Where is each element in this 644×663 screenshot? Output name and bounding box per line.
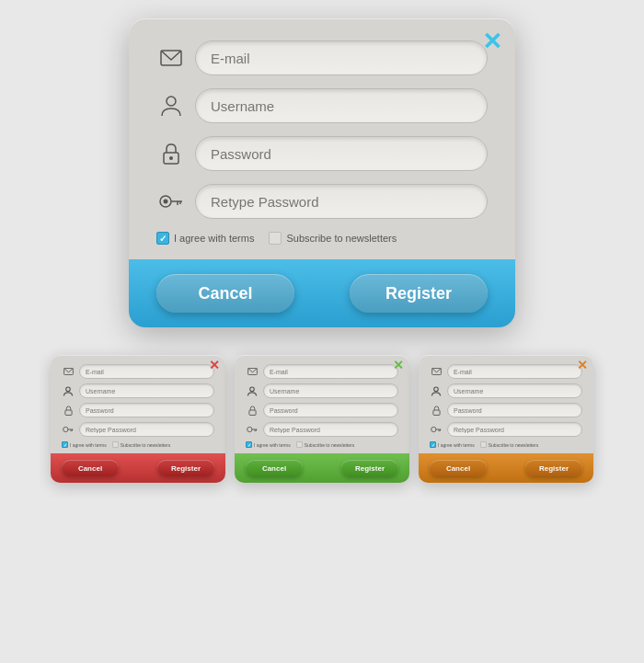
retype-input-red[interactable] — [79, 422, 214, 437]
user-icon-green — [246, 384, 259, 397]
modal-footer: Cancel Register — [129, 259, 515, 327]
agree-red: I agree with terms — [62, 441, 107, 448]
small-modal-green: ✕ — [235, 355, 409, 483]
password-input-orange[interactable] — [447, 403, 582, 417]
register-button-green[interactable]: Register — [341, 460, 398, 476]
svg-point-17 — [250, 386, 255, 391]
checkboxes-red: I agree with terms Subscribe to newslett… — [62, 441, 214, 448]
cancel-button-green[interactable]: Cancel — [246, 460, 303, 476]
newsletter-group: Subscribe to newsletters — [269, 232, 397, 245]
email-input-green[interactable] — [263, 364, 398, 379]
password-input-green[interactable] — [263, 403, 398, 417]
svg-point-12 — [63, 427, 68, 431]
agree-label-green: I agree with terms — [254, 442, 291, 448]
email-row-orange — [430, 364, 582, 379]
agree-checkbox-red[interactable] — [62, 441, 68, 448]
agree-label: I agree with terms — [174, 233, 254, 244]
footer-orange: Cancel Register — [419, 453, 593, 483]
agree-orange: I agree with terms — [430, 441, 475, 448]
checkboxes-orange: I agree with terms Subscribe to newslett… — [430, 441, 582, 448]
newsletter-label-orange: Subscribe to newsletters — [489, 442, 538, 448]
svg-point-24 — [434, 386, 439, 391]
checkboxes-row: I agree with terms Subscribe to newslett… — [156, 232, 488, 245]
svg-point-5 — [164, 200, 168, 204]
email-icon — [156, 43, 186, 73]
cancel-button-orange[interactable]: Cancel — [430, 460, 487, 476]
retype-input-green[interactable] — [263, 422, 398, 437]
close-button-green[interactable]: ✕ — [393, 359, 404, 372]
email-input[interactable] — [195, 40, 488, 75]
key-icon-green — [246, 423, 259, 436]
key-icon-orange — [430, 423, 443, 436]
email-input-orange[interactable] — [447, 364, 582, 379]
svg-rect-11 — [64, 410, 71, 415]
user-icon — [156, 91, 186, 120]
checkboxes-green: I agree with terms Subscribe to newslett… — [246, 441, 398, 448]
small-modal-orange: ✕ — [419, 355, 593, 483]
email-icon-red — [62, 365, 75, 378]
small-modal-red: ✕ — [51, 355, 225, 483]
lock-icon-red — [62, 404, 75, 417]
retype-row-red — [62, 422, 214, 437]
email-icon-orange — [430, 365, 443, 378]
newsletter-label-red: Subscribe to newsletters — [121, 442, 170, 448]
agree-checkbox-orange[interactable] — [430, 441, 436, 448]
footer-red: Cancel Register — [51, 453, 225, 483]
register-button[interactable]: Register — [350, 274, 488, 313]
newsletter-red: Subscribe to newsletters — [112, 441, 170, 448]
agree-checkbox[interactable] — [156, 232, 169, 245]
agree-label-orange: I agree with terms — [438, 442, 475, 448]
register-button-red[interactable]: Register — [157, 460, 214, 476]
username-field-row — [156, 88, 488, 123]
close-button[interactable]: ✕ — [482, 29, 502, 53]
retype-row-green — [246, 422, 398, 437]
newsletter-checkbox-red[interactable] — [112, 441, 119, 448]
retype-password-input[interactable] — [195, 184, 488, 219]
svg-rect-18 — [248, 410, 255, 415]
username-row-green — [246, 383, 398, 398]
key-icon — [156, 187, 186, 216]
svg-point-3 — [169, 156, 173, 160]
password-row-red — [62, 403, 214, 417]
username-input-orange[interactable] — [447, 383, 582, 398]
small-modals-row: ✕ — [18, 355, 626, 483]
footer-green: Cancel Register — [235, 453, 409, 483]
newsletter-orange: Subscribe to newsletters — [480, 441, 538, 448]
newsletter-checkbox-orange[interactable] — [480, 441, 487, 448]
retype-password-field-row — [156, 184, 488, 219]
cancel-button[interactable]: Cancel — [156, 274, 294, 313]
user-icon-red — [62, 384, 75, 397]
lock-icon-orange — [430, 404, 443, 417]
username-input-red[interactable] — [79, 383, 214, 398]
newsletter-checkbox-green[interactable] — [296, 441, 303, 448]
svg-point-26 — [431, 427, 436, 431]
password-field-row — [156, 136, 488, 171]
svg-point-1 — [167, 97, 176, 106]
svg-rect-25 — [432, 410, 439, 415]
agree-label-red: I agree with terms — [70, 442, 107, 448]
newsletter-label: Subscribe to newsletters — [286, 233, 397, 244]
newsletter-green: Subscribe to newsletters — [296, 441, 354, 448]
close-button-orange[interactable]: ✕ — [577, 359, 588, 372]
large-registration-modal: ✕ — [129, 18, 515, 327]
key-icon-red — [62, 423, 75, 436]
password-row-green — [246, 403, 398, 417]
retype-input-orange[interactable] — [447, 422, 582, 437]
lock-icon — [156, 139, 186, 168]
svg-point-19 — [247, 427, 252, 431]
password-input[interactable] — [195, 136, 488, 171]
agree-green: I agree with terms — [246, 441, 291, 448]
username-row-red — [62, 383, 214, 398]
cancel-button-red[interactable]: Cancel — [62, 460, 119, 476]
email-input-red[interactable] — [79, 364, 214, 379]
agree-checkbox-green[interactable] — [246, 441, 252, 448]
username-input-green[interactable] — [263, 383, 398, 398]
email-row-red — [62, 364, 214, 379]
close-button-red[interactable]: ✕ — [209, 359, 220, 372]
lock-icon-green — [246, 404, 259, 417]
register-button-orange[interactable]: Register — [525, 460, 582, 476]
user-icon-orange — [430, 384, 443, 397]
password-input-red[interactable] — [79, 403, 214, 417]
newsletter-checkbox[interactable] — [269, 232, 282, 245]
username-input[interactable] — [195, 88, 488, 123]
